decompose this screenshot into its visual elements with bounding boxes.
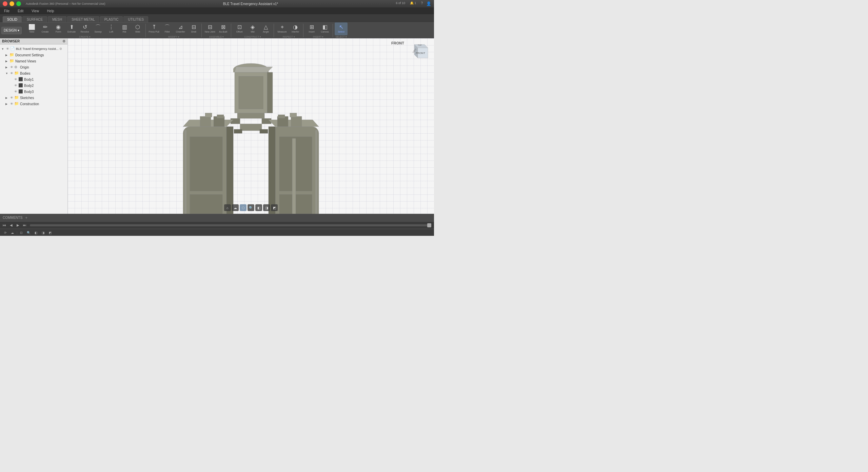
viewport[interactable]: FRONT LEFT TOP FRONT <box>68 38 434 214</box>
design-dropdown[interactable]: DESIGN ▾ <box>1 27 22 34</box>
toolbar-press-pull[interactable]: ⤒Press Pull <box>147 22 160 35</box>
toolbar-loft[interactable]: ⋮Loft <box>105 22 118 35</box>
tree-item-body1[interactable]: 👁 ⬛ Body1 <box>0 76 67 82</box>
timeline-track[interactable] <box>30 224 431 226</box>
tree-arrow-sketches: ▶ <box>5 96 9 99</box>
svg-rect-12 <box>237 113 264 118</box>
toolbar-insert-mesh[interactable]: ⊞Insert <box>305 22 318 35</box>
tree-item-construction[interactable]: ▶ 👁 📁 Construction <box>0 101 67 107</box>
tree-label-doc-settings: Document Settings <box>15 53 44 57</box>
svg-rect-38 <box>292 138 296 214</box>
svg-rect-15 <box>240 124 262 131</box>
maximize-button[interactable]: □ <box>16 1 21 6</box>
alerts-badge[interactable]: 🔔 1 <box>410 1 416 6</box>
toolbar-rib[interactable]: ▥Rib <box>118 22 131 35</box>
status-sync[interactable]: ⟳ <box>3 231 8 234</box>
tree-label-body1: Body1 <box>24 78 34 81</box>
status-display3[interactable]: ◩ <box>47 231 53 234</box>
eye-root[interactable]: 👁 <box>6 47 10 51</box>
viewcube[interactable]: FRONT LEFT TOP <box>408 41 431 65</box>
status-display2[interactable]: ◨ <box>40 231 46 234</box>
browser-title: BROWSER <box>2 39 20 43</box>
status-display1[interactable]: ◧ <box>33 231 39 234</box>
tab-sheet-metal[interactable]: SHEET METAL <box>67 16 99 22</box>
help-button[interactable]: ? <box>421 1 423 6</box>
toolbar-offset-plane[interactable]: ⊡Offset <box>233 22 246 35</box>
eye-construction[interactable]: 👁 <box>10 102 14 106</box>
tree-item-body3[interactable]: 👁 ⬛ Body3 <box>0 89 67 95</box>
browser-settings-icon[interactable]: ⚙ <box>62 39 65 43</box>
toolbar-web[interactable]: ⬡Web <box>131 22 144 35</box>
tree-item-origin[interactable]: ▶ 👁 ⊕ Origin <box>0 64 67 70</box>
toolbar-new-joint[interactable]: ⊟New Joint <box>203 22 216 35</box>
toolbar-plane-angle[interactable]: △Angle <box>259 22 272 35</box>
tab-surface[interactable]: SURFACE <box>22 16 47 22</box>
nav-environment-btn[interactable]: ◩ <box>271 204 278 211</box>
toolbar-sweep[interactable]: ⌒Sweep <box>92 22 104 35</box>
menu-edit[interactable]: Edit <box>16 8 25 14</box>
eye-body2[interactable]: 👁 <box>14 84 18 87</box>
tree-item-sketches[interactable]: ▶ 👁 📁 Sketches <box>0 95 67 101</box>
tab-plastic[interactable]: PLASTIC <box>100 16 123 22</box>
tree-arrow-named-views: ▶ <box>5 60 9 63</box>
toolbar-create-form[interactable]: ◉Form <box>52 22 65 35</box>
toolbar-attach-canvas[interactable]: ◧Canvas <box>318 22 331 35</box>
menu-file[interactable]: File <box>3 8 11 14</box>
toolbar-measure[interactable]: ⌖Measure <box>276 22 289 35</box>
status-grid[interactable]: ⊡ <box>19 231 24 234</box>
tree-label-bodies: Bodies <box>20 72 31 75</box>
eye-body1[interactable]: 👁 <box>14 78 18 81</box>
tree-item-root[interactable]: ▼ 👁 📄 BLE Travel Emergency Assist... ⚙ <box>0 46 67 52</box>
svg-rect-22 <box>190 194 222 214</box>
tree-item-named-views[interactable]: ▶ 📁 Named Views <box>0 58 67 64</box>
toolbar-interference[interactable]: ◑Interfer <box>289 22 302 35</box>
toolbar-new-component[interactable]: ⬜New <box>25 22 38 35</box>
tree-item-bodies[interactable]: ▼ 👁 📁 Bodies <box>0 70 67 76</box>
toolbar-chamfer[interactable]: ⊿Chamfer <box>174 22 187 35</box>
timeline-play-btn[interactable]: ▶ <box>15 222 21 228</box>
timeline-handle[interactable] <box>427 223 431 227</box>
status-zoom[interactable]: 🔍 <box>25 231 32 234</box>
nav-home-btn[interactable]: ⌂ <box>224 204 231 211</box>
close-button[interactable]: × <box>3 1 7 6</box>
tab-mesh[interactable]: MESH <box>48 16 66 22</box>
timeline-prev-btn[interactable]: ◀ <box>8 222 14 228</box>
comments-add-icon[interactable]: + <box>25 215 27 220</box>
toolbar-group-assemble: ⊟New Joint ⊠As-Built ASSEMBLE ▾ <box>202 24 231 37</box>
toolbar-joint-origin[interactable]: ⊠As-Built <box>217 22 230 35</box>
status-cloud[interactable]: ☁ <box>9 231 15 234</box>
nav-display-btn[interactable]: ◨ <box>263 204 270 211</box>
menu-view[interactable]: View <box>30 8 40 14</box>
body-icon-body2: ⬛ <box>18 83 23 88</box>
nav-zoom-btn[interactable]: 🔍 <box>248 204 254 211</box>
3d-model[interactable] <box>170 52 332 214</box>
timeline-end-btn[interactable]: ⏭ <box>22 222 28 228</box>
settings-icon-root[interactable]: ⚙ <box>59 47 62 51</box>
titlebar-controls: 6 of 10 🔔 1 ? 👤 <box>396 1 431 6</box>
tree-item-body2[interactable]: 👁 ⬛ Body2 <box>0 82 67 89</box>
account-button[interactable]: 👤 <box>426 1 431 6</box>
toolbar-select[interactable]: ↖Select <box>335 22 348 35</box>
tab-utilities[interactable]: UTILITIES <box>123 16 148 22</box>
toolbar-fillet[interactable]: ⌒Fillet <box>161 22 174 35</box>
toolbar-revolve[interactable]: ↺Revolve <box>78 22 91 35</box>
eye-bodies[interactable]: 👁 <box>10 72 14 75</box>
body-icon-body1: ⬛ <box>18 77 23 82</box>
tab-solid[interactable]: SOLID <box>3 16 22 22</box>
timeline-start-btn[interactable]: ⏮ <box>1 222 7 228</box>
tree-item-doc-settings[interactable]: ▶ 📁 Document Settings <box>0 52 67 58</box>
eye-body3[interactable]: 👁 <box>14 90 18 93</box>
tree-label-root: BLE Travel Emergency Assist... <box>16 47 59 51</box>
tree-arrow-root: ▼ <box>1 48 5 51</box>
nav-view-cube-btn[interactable]: ⬡ <box>240 204 246 211</box>
menu-help[interactable]: Help <box>46 8 56 14</box>
toolbar-midplane[interactable]: ◈Mid <box>246 22 259 35</box>
nav-wireframe-btn[interactable]: ◧ <box>255 204 262 211</box>
minimize-button[interactable]: – <box>9 1 14 6</box>
toolbar-shell[interactable]: ⊟Shell <box>187 22 200 35</box>
nav-cloud-btn[interactable]: ☁ <box>232 204 239 211</box>
eye-origin[interactable]: 👁 <box>10 65 14 69</box>
toolbar-extrude[interactable]: ⬆Extrude <box>65 22 78 35</box>
eye-sketches[interactable]: 👁 <box>10 96 14 99</box>
toolbar-create-sketch[interactable]: ✏Create <box>39 22 52 35</box>
